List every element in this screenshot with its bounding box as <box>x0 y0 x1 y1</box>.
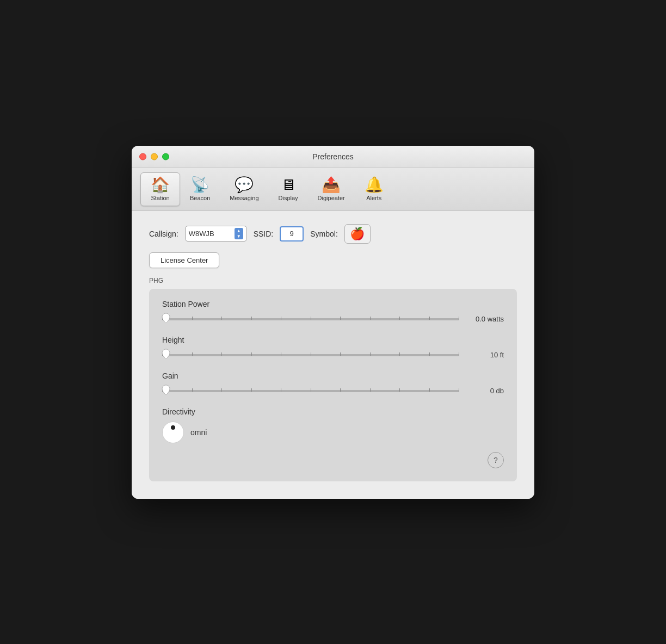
traffic-lights <box>139 153 169 160</box>
content-area: Callsign: W8WJB ▲ ▼ SSID: Symbol: 🍎 Lice… <box>132 211 534 499</box>
height-row: 10 ft <box>162 349 504 362</box>
tab-beacon[interactable]: 📡 Beacon <box>180 173 220 206</box>
station-icon: 🏠 <box>151 177 170 193</box>
height-value: 10 ft <box>466 351 504 359</box>
callsign-select[interactable]: W8WJB ▲ ▼ <box>185 226 247 242</box>
tab-display[interactable]: 🖥 Display <box>269 173 308 206</box>
tab-digipeater[interactable]: 📤 Digipeater <box>308 173 355 206</box>
tab-beacon-label: Beacon <box>190 195 210 201</box>
toolbar: 🏠 Station 📡 Beacon 💬 Messaging 🖥 Display… <box>132 168 534 211</box>
directivity-value: omni <box>190 428 207 437</box>
maximize-button[interactable] <box>162 153 169 160</box>
callsign-down-arrow: ▼ <box>237 234 241 239</box>
display-icon: 🖥 <box>281 177 296 193</box>
alerts-icon: 🔔 <box>365 177 384 193</box>
station-power-slider-container[interactable] <box>162 313 459 326</box>
station-power-thumb[interactable] <box>161 312 171 326</box>
preferences-window: Preferences 🏠 Station 📡 Beacon 💬 Messagi… <box>132 146 534 499</box>
ssid-label: SSID: <box>254 230 274 238</box>
license-center-button[interactable]: License Center <box>149 252 219 268</box>
title-bar: Preferences <box>132 146 534 168</box>
callsign-up-arrow: ▲ <box>237 228 241 234</box>
symbol-button[interactable]: 🍎 <box>344 224 371 244</box>
compass-dot <box>171 425 175 430</box>
tab-station-label: Station <box>151 195 169 201</box>
callsign-label: Callsign: <box>149 230 178 238</box>
close-button[interactable] <box>139 153 146 160</box>
phg-section: PHG Station Power <box>149 277 517 481</box>
apple-icon: 🍎 <box>350 227 365 241</box>
height-track <box>162 354 459 356</box>
gain-thumb[interactable] <box>161 384 171 398</box>
beacon-icon: 📡 <box>190 177 209 193</box>
tab-alerts-label: Alerts <box>366 195 381 201</box>
directivity-title: Directivity <box>162 407 504 416</box>
window-title: Preferences <box>312 152 353 161</box>
gain-slider-container[interactable] <box>162 385 459 398</box>
gain-track <box>162 390 459 392</box>
symbol-label: Symbol: <box>310 230 338 238</box>
callsign-stepper[interactable]: ▲ ▼ <box>235 228 243 239</box>
tab-display-label: Display <box>279 195 298 201</box>
help-button[interactable]: ? <box>488 452 504 468</box>
height-slider-container[interactable] <box>162 349 459 362</box>
directivity-row: omni <box>162 422 504 443</box>
gain-row: 0 db <box>162 385 504 398</box>
tab-messaging[interactable]: 💬 Messaging <box>220 173 268 206</box>
station-power-group: Station Power <box>162 300 504 326</box>
callsign-value: W8WJB <box>189 230 232 238</box>
station-power-title: Station Power <box>162 300 504 308</box>
height-thumb[interactable] <box>161 348 171 362</box>
directivity-section: Directivity omni <box>162 407 504 443</box>
gain-group: Gain <box>162 371 504 398</box>
gain-value: 0 db <box>466 387 504 395</box>
minimize-button[interactable] <box>151 153 158 160</box>
tab-digipeater-label: Digipeater <box>318 195 345 201</box>
gain-title: Gain <box>162 371 504 380</box>
height-title: Height <box>162 336 504 344</box>
tab-messaging-label: Messaging <box>230 195 258 201</box>
tab-alerts[interactable]: 🔔 Alerts <box>355 173 393 206</box>
ssid-input[interactable] <box>280 226 304 242</box>
phg-label: PHG <box>149 277 517 284</box>
digipeater-icon: 📤 <box>322 177 341 193</box>
messaging-icon: 💬 <box>235 177 254 193</box>
station-power-row: 0.0 watts <box>162 313 504 326</box>
height-group: Height <box>162 336 504 362</box>
phg-box: Station Power <box>149 289 517 481</box>
station-power-track <box>162 318 459 320</box>
station-power-value: 0.0 watts <box>466 315 504 323</box>
license-row: License Center <box>149 252 517 268</box>
help-row: ? <box>162 452 504 468</box>
tab-station[interactable]: 🏠 Station <box>140 172 180 206</box>
compass-circle[interactable] <box>162 422 184 443</box>
callsign-row: Callsign: W8WJB ▲ ▼ SSID: Symbol: 🍎 <box>149 224 517 244</box>
